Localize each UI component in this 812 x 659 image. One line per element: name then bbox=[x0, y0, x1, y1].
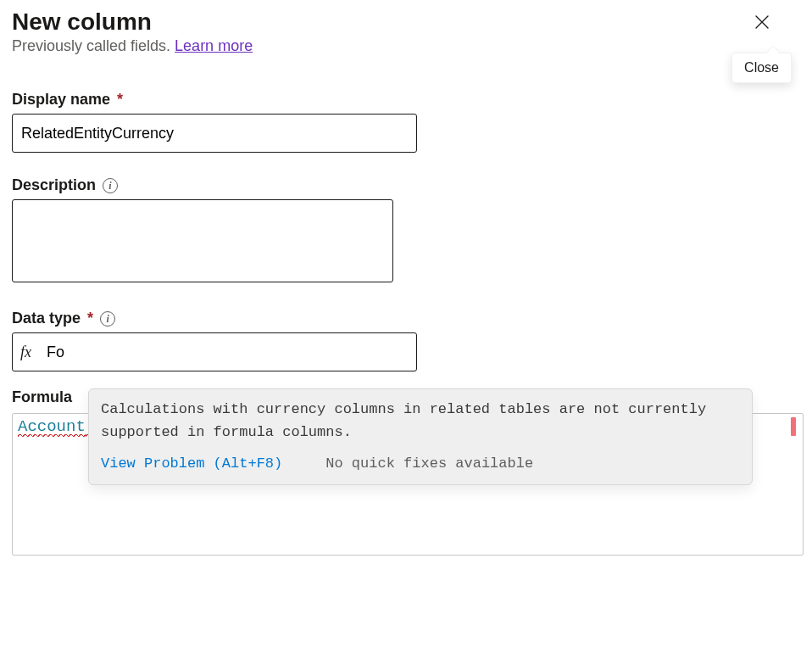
data-type-label: Data type bbox=[12, 310, 81, 327]
problem-message: Calculations with currency columns in re… bbox=[89, 389, 752, 449]
token-identifier: Account bbox=[18, 417, 86, 438]
learn-more-link[interactable]: Learn more bbox=[175, 37, 253, 54]
view-problem-link[interactable]: View Problem (Alt+F8) bbox=[101, 455, 282, 472]
close-tooltip: Close bbox=[731, 53, 792, 83]
data-type-select[interactable] bbox=[12, 332, 417, 371]
error-minimap-marker bbox=[791, 417, 796, 436]
x-icon bbox=[754, 14, 770, 31]
subtitle-text: Previously called fields. bbox=[12, 37, 175, 54]
problem-tooltip: Calculations with currency columns in re… bbox=[88, 388, 753, 485]
display-name-input[interactable] bbox=[12, 114, 417, 153]
page-subtitle: Previously called fields. Learn more bbox=[12, 37, 253, 55]
page-title: New column bbox=[12, 8, 253, 36]
display-name-label: Display name bbox=[12, 91, 110, 109]
description-label: Description bbox=[12, 176, 96, 194]
required-marker: * bbox=[117, 91, 123, 109]
no-quick-fix-text: No quick fixes available bbox=[325, 455, 533, 472]
info-icon[interactable]: i bbox=[103, 178, 118, 193]
info-icon[interactable]: i bbox=[100, 311, 115, 327]
description-input[interactable] bbox=[12, 199, 393, 282]
required-marker: * bbox=[87, 310, 93, 327]
close-icon[interactable] bbox=[731, 8, 792, 37]
